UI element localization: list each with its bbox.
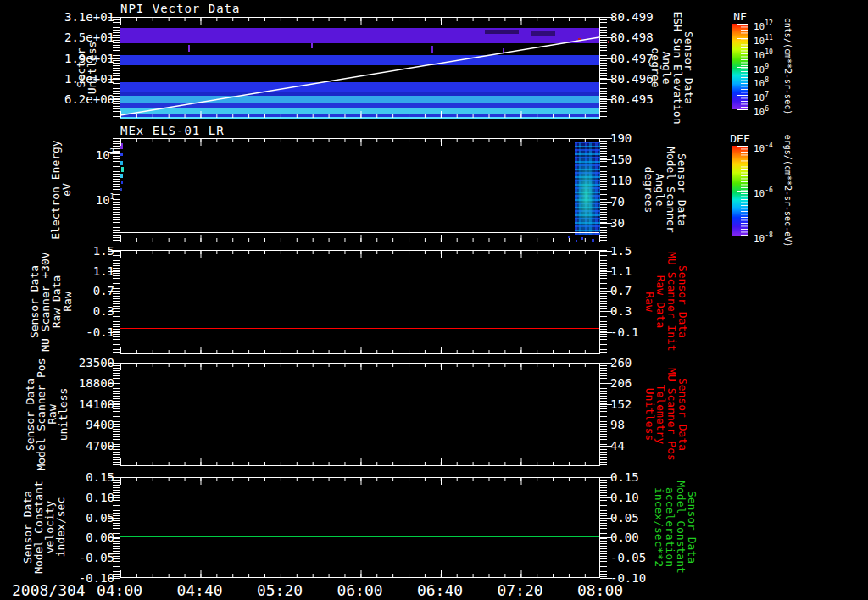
y-tick-label: 80.498: [610, 31, 674, 44]
x-tick-label: 04:00: [81, 581, 158, 599]
electron-count-speck: [121, 167, 124, 172]
y-tick-label: 0.3: [610, 304, 674, 318]
y-tick-label: 23500: [51, 356, 114, 369]
y-tick-label: 80.495: [610, 92, 674, 106]
x-major-ticks: [120, 347, 599, 353]
y-minor-ticks: [113, 363, 120, 466]
x-major-ticks: [120, 235, 599, 242]
y-minor-ticks: [600, 138, 607, 242]
y-tick-label: 0.15: [610, 470, 674, 484]
y-minor-ticks: [600, 477, 607, 578]
x-major-ticks: [120, 478, 599, 485]
electron-count-speck: [120, 153, 123, 156]
y-tick-label: 0.3: [51, 304, 114, 318]
colorbar-nf-units: cnts/(cm**2-sr-sec): [783, 18, 792, 114]
y-tick-label: 18800: [51, 376, 114, 390]
colorbar-tick-label: 1012: [754, 19, 773, 29]
colorbar-minor-ticks: [741, 146, 748, 236]
colorbar-minor-ticks: [741, 24, 748, 109]
x-tick-label: 08:00: [562, 581, 638, 599]
y-tick-label: 2.5e+01: [51, 31, 114, 44]
y-tick-label: 80.496: [610, 72, 674, 86]
y-tick-label: 1.5: [51, 244, 114, 258]
y-major-tick: [108, 578, 120, 579]
y-tick-label: 260: [610, 356, 674, 369]
y-tick-label: 4700: [51, 439, 114, 453]
y-tick-label: 102: [51, 145, 114, 158]
y-tick-label: 0.15: [51, 470, 114, 484]
y-tick-label: 1.1: [51, 264, 114, 278]
model-constant-velocity-line: [120, 536, 599, 537]
panel-3-plot-area: [120, 250, 600, 354]
sun-elevation-line: [120, 18, 599, 118]
y-tick-label: 30: [610, 216, 674, 230]
y-tick-label: 80.499: [610, 10, 674, 24]
colorbar-tick-label: 10-8: [754, 231, 773, 241]
x-major-ticks: [120, 364, 599, 370]
y-minor-ticks: [600, 250, 607, 354]
colorbar-tick-label: 1011: [754, 33, 773, 43]
y-minor-ticks: [600, 17, 607, 119]
y-tick-label: 9400: [51, 418, 114, 431]
panel-4-plot-area: [120, 363, 600, 466]
sector-speck: [608, 41, 609, 43]
x-major-ticks: [120, 139, 599, 146]
colorbar-tick-label: 106: [754, 104, 769, 114]
electron-count-speck: [120, 174, 123, 178]
electron-count-speck: [120, 188, 122, 191]
y-tick-label: -0.1: [610, 325, 674, 339]
colorbar-tick-label: 10-4: [754, 141, 773, 151]
y-minor-ticks: [113, 250, 120, 354]
panel-2-title: MEx ELS-01 LR: [120, 124, 225, 137]
mu-scanner-30v-line: [120, 328, 599, 329]
y-tick-label: 101: [51, 190, 114, 203]
y-minor-ticks: [113, 138, 120, 242]
colorbar-tick-label: 107: [754, 90, 769, 100]
x-major-ticks: [120, 251, 599, 258]
y-tick-label: 0.05: [610, 511, 674, 525]
y-tick-label: -0.1: [51, 325, 114, 339]
colorbar-tick-label: 108: [754, 75, 769, 86]
y-tick-label: 0.00: [610, 531, 674, 544]
y-tick-label: -0.05: [610, 551, 674, 564]
panel-2-plot-area: [120, 138, 600, 242]
panel-5-plot-area: [120, 477, 600, 578]
y-tick-label: 1.1: [610, 264, 674, 278]
colorbar-major-tick: [737, 236, 748, 236]
panel-1-right-label: Sensor Data ESH Sun Elevation Angle degr…: [650, 11, 694, 124]
colorbar-def-units: ergs/(cm**2-sr-sec-eV): [783, 135, 792, 247]
y-tick-label: 150: [610, 153, 674, 166]
colorbar-major-tick: [737, 109, 748, 110]
y-tick-label: 70: [610, 195, 674, 208]
panel-1-y-label: Sector Unitless: [75, 42, 97, 95]
panel-1-plot-area: [120, 17, 600, 119]
y-tick-label: 0.7: [51, 284, 114, 297]
y-tick-label: 206: [610, 376, 674, 390]
y-tick-label: -0.05: [51, 551, 114, 564]
els-baseline-line: [120, 232, 599, 233]
electron-count-speck: [120, 161, 123, 165]
x-tick-label: 06:40: [402, 581, 478, 599]
plot-screen: NPI Vector Data MEx ELS-01 LR Sector Uni…: [0, 0, 868, 600]
colorbar-tick-label: 10-6: [754, 186, 773, 196]
colorbar-tick-label: 109: [754, 62, 769, 72]
panel-4-y-label: Sensor Data Model Scanner Pos Raw unitle…: [25, 358, 69, 470]
x-tick-label: 07:20: [482, 581, 559, 599]
panel-1-title: NPI Vector Data: [120, 2, 240, 15]
x-tick-label: 05:20: [242, 581, 318, 599]
y-tick-label: 80.497: [610, 52, 674, 65]
colorbar-tick-label: 1010: [754, 47, 773, 58]
y-tick-label: 98: [610, 418, 674, 431]
y-major-tick: [600, 578, 612, 579]
y-tick-label: 1.9e+01: [51, 52, 114, 65]
x-tick-label: 06:00: [322, 581, 398, 599]
y-minor-ticks: [113, 17, 120, 119]
x-major-ticks: [120, 570, 599, 577]
y-tick-label: 0.7: [610, 284, 674, 297]
y-tick-label: 3.1e+01: [51, 10, 114, 24]
y-minor-ticks: [113, 477, 120, 578]
y-tick-label: 6.2e+00: [51, 92, 114, 106]
y-tick-label: 190: [610, 131, 674, 145]
y-tick-label: 1.5: [610, 244, 674, 258]
y-tick-label: 1.2e+01: [51, 72, 114, 86]
